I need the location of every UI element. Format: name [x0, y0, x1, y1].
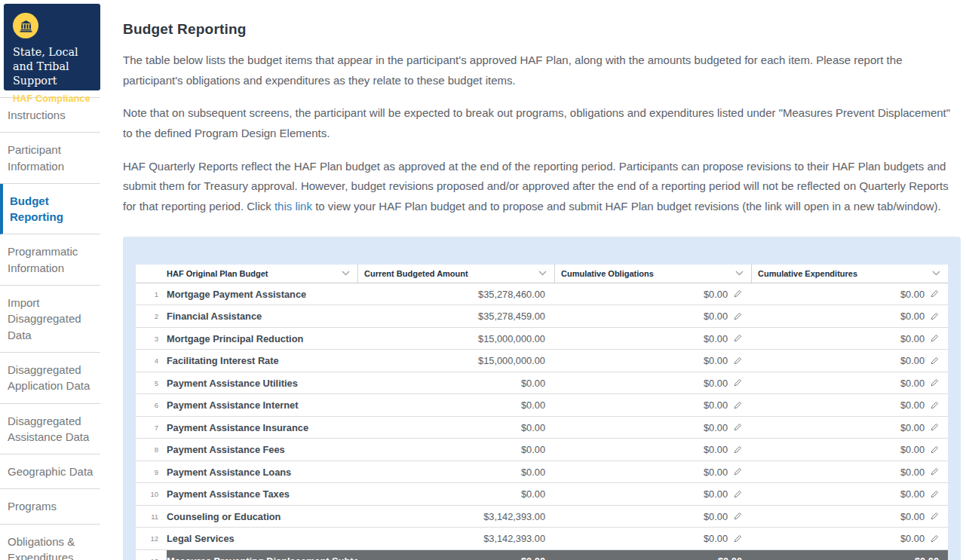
table-row: 1 Mortgage Payment Assistance $35,278,46…: [136, 283, 948, 306]
edit-icon[interactable]: [930, 378, 939, 387]
chevron-down-icon[interactable]: [538, 271, 547, 276]
cumulative-obligations-value: $0.00: [704, 467, 728, 478]
cumulative-obligations-cell: $0.00: [554, 283, 751, 305]
sidebar-item-disaggregated-assistance-data[interactable]: Disaggregated Assistance Data: [0, 404, 100, 455]
row-number: 7: [136, 417, 167, 439]
sidebar-item-programs[interactable]: Programs: [0, 489, 100, 524]
cumulative-expenditures-cell: $0.00: [751, 483, 948, 505]
current-budgeted-amount: $35,278,460.00: [357, 283, 554, 305]
row-number: 3: [136, 328, 167, 350]
cumulative-expenditures-cell: $0.00: [751, 283, 948, 305]
sidebar-item-label: Programmatic Information: [8, 245, 78, 274]
sidebar-item-label: Disaggregated Assistance Data: [8, 415, 89, 443]
edit-icon[interactable]: [733, 534, 742, 543]
edit-icon[interactable]: [930, 490, 939, 499]
edit-icon[interactable]: [733, 334, 742, 343]
cumulative-expenditures-value: $0.00: [900, 311, 925, 322]
chevron-down-icon[interactable]: [735, 271, 744, 276]
cumulative-expenditures-value: $0.00: [900, 289, 925, 300]
row-number: 4: [136, 350, 167, 372]
edit-icon[interactable]: [733, 312, 742, 321]
edit-icon[interactable]: [733, 289, 742, 298]
sidebar-item-obligations-expenditures-verification[interactable]: Obligations & Expenditures Verification: [0, 525, 100, 560]
cumulative-obligations-cell: $0.00: [554, 483, 751, 505]
budget-item-name: Payment Assistance Fees: [167, 439, 357, 461]
current-budgeted-amount: $0.00: [357, 461, 554, 483]
row-number: 11: [136, 506, 167, 528]
edit-icon[interactable]: [930, 512, 939, 521]
budget-item-name: Payment Assistance Taxes: [167, 483, 357, 505]
sidebar-item-programmatic-information[interactable]: Programmatic Information: [0, 234, 100, 286]
budget-item-name: Legal Services: [167, 528, 357, 549]
sidebar-item-label: Import Disaggregated Data: [8, 296, 81, 341]
sidebar-item-label: Participant Information: [8, 143, 64, 172]
cumulative-expenditures-value: $0.00: [900, 333, 925, 344]
sidebar-item-disaggregated-application-data[interactable]: Disaggregated Application Data: [0, 353, 100, 404]
table-header-row: HAF Original Plan Budget Current Budgete…: [136, 265, 948, 283]
cumulative-expenditures-value: $0.00: [900, 488, 925, 500]
edit-icon[interactable]: [733, 467, 742, 476]
current-budgeted-amount: $15,000,000.00: [357, 328, 554, 350]
edit-icon[interactable]: [733, 401, 742, 410]
cumulative-expenditures-cell: $0.00: [751, 305, 948, 327]
current-budgeted-amount: $0.00: [357, 550, 554, 560]
cumulative-obligations-value: $0.00: [704, 399, 728, 411]
current-budgeted-amount: $0.00: [357, 372, 554, 394]
column-header-label: Cumulative Obligations: [561, 269, 654, 278]
table-row: 12 Legal Services $3,142,393.00 $0.00 $0…: [136, 528, 948, 550]
chevron-down-icon[interactable]: [342, 271, 350, 276]
org-name: State, Local and Tribal Support: [13, 45, 93, 88]
table-row: 4 Facilitating Interest Rate $15,000,000…: [136, 350, 948, 372]
edit-icon[interactable]: [930, 467, 939, 476]
edit-icon[interactable]: [733, 445, 742, 454]
sidebar-item-budget-reporting[interactable]: Budget Reporting: [0, 184, 100, 235]
edit-icon[interactable]: [733, 490, 742, 499]
page-title: Budget Reporting: [123, 21, 961, 38]
edit-icon[interactable]: [930, 423, 939, 432]
edit-icon[interactable]: [930, 534, 939, 543]
sidebar-item-geographic-data[interactable]: Geographic Data: [0, 454, 100, 489]
column-header-cumulative-obligations[interactable]: Cumulative Obligations: [554, 265, 751, 283]
cumulative-obligations-value: $0.00: [704, 444, 728, 455]
edit-icon[interactable]: [930, 357, 939, 366]
cumulative-expenditures-cell: $0.00: [751, 528, 948, 549]
column-header-label: HAF Original Plan Budget: [167, 269, 268, 278]
cumulative-expenditures-cell: $0.00: [751, 550, 948, 560]
cumulative-obligations-value: $0.00: [704, 378, 728, 389]
table-row: 9 Payment Assistance Loans $0.00 $0.00 $…: [136, 461, 948, 484]
cumulative-expenditures-value: $0.00: [900, 355, 925, 366]
edit-icon[interactable]: [733, 512, 742, 521]
sidebar-item-label: Geographic Data: [8, 465, 93, 478]
edit-icon[interactable]: [930, 312, 939, 321]
current-budgeted-amount: $0.00: [357, 439, 554, 461]
sidebar-item-import-disaggregated-data[interactable]: Import Disaggregated Data: [0, 286, 100, 353]
edit-icon[interactable]: [930, 401, 939, 410]
edit-icon[interactable]: [930, 334, 939, 343]
edit-icon[interactable]: [930, 445, 939, 454]
column-header-haf-original-plan-budget[interactable]: HAF Original Plan Budget: [136, 265, 357, 283]
edit-icon[interactable]: [733, 378, 742, 387]
cumulative-expenditures-cell: $0.00: [751, 439, 948, 461]
cumulative-obligations-cell: $0.00: [554, 328, 751, 350]
cumulative-expenditures-value: $0.00: [900, 444, 925, 455]
edit-icon[interactable]: [733, 357, 742, 366]
column-header-cumulative-expenditures[interactable]: Cumulative Expenditures: [751, 265, 948, 283]
row-number: 1: [136, 283, 167, 305]
column-header-current-budgeted-amount[interactable]: Current Budgeted Amount: [357, 265, 554, 283]
sidebar-item-label: Budget Reporting: [10, 194, 63, 223]
edit-icon[interactable]: [930, 289, 939, 298]
budget-item-name: Financial Assistance: [167, 305, 357, 327]
cumulative-expenditures-value: $0.00: [900, 399, 925, 411]
chevron-down-icon[interactable]: [932, 271, 940, 276]
edit-icon[interactable]: [733, 423, 742, 432]
cumulative-obligations-cell: $0.00: [554, 305, 751, 327]
haf-plan-budget-link[interactable]: this link: [274, 200, 312, 213]
main-content: Budget Reporting The table below lists t…: [100, 0, 966, 560]
sidebar-nav: Instructions Participant Information Bud…: [0, 97, 100, 560]
sidebar-item-participant-information[interactable]: Participant Information: [0, 133, 100, 184]
budget-item-name: Mortgage Principal Reduction: [167, 328, 357, 350]
cumulative-obligations-cell: $0.00: [554, 461, 751, 483]
row-number: 10: [136, 483, 167, 505]
note-paragraph: Note that on subsequent screens, the par…: [123, 103, 961, 143]
current-budgeted-amount: $0.00: [357, 483, 554, 505]
